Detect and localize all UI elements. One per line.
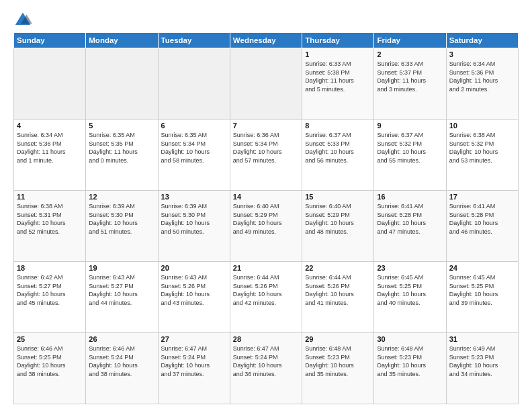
calendar-cell: 8Sunrise: 6:37 AM Sunset: 5:33 PM Daylig… — [302, 120, 374, 191]
day-info: Sunrise: 6:47 AM Sunset: 5:24 PM Dayligh… — [161, 345, 227, 378]
day-info: Sunrise: 6:35 AM Sunset: 5:34 PM Dayligh… — [161, 131, 227, 165]
calendar-cell: 3Sunrise: 6:34 AM Sunset: 5:36 PM Daylig… — [446, 48, 518, 120]
calendar-cell: 15Sunrise: 6:40 AM Sunset: 5:29 PM Dayli… — [302, 191, 374, 262]
day-number: 14 — [233, 193, 299, 201]
calendar-cell: 24Sunrise: 6:45 AM Sunset: 5:25 PM Dayli… — [446, 262, 518, 333]
calendar-header-sunday: Sunday — [14, 33, 86, 48]
calendar-header-friday: Friday — [374, 33, 446, 48]
day-info: Sunrise: 6:46 AM Sunset: 5:24 PM Dayligh… — [89, 345, 154, 378]
day-number: 16 — [377, 193, 443, 201]
day-info: Sunrise: 6:41 AM Sunset: 5:28 PM Dayligh… — [377, 202, 443, 236]
calendar-header-thursday: Thursday — [302, 33, 374, 48]
day-info: Sunrise: 6:40 AM Sunset: 5:29 PM Dayligh… — [233, 202, 299, 236]
calendar-table: SundayMondayTuesdayWednesdayThursdayFrid… — [13, 32, 519, 404]
calendar-cell: 4Sunrise: 6:34 AM Sunset: 5:36 PM Daylig… — [14, 120, 86, 191]
calendar-cell: 18Sunrise: 6:42 AM Sunset: 5:27 PM Dayli… — [14, 262, 86, 333]
page: SundayMondayTuesdayWednesdayThursdayFrid… — [0, 0, 532, 411]
calendar-cell: 28Sunrise: 6:47 AM Sunset: 5:24 PM Dayli… — [230, 333, 302, 404]
calendar-cell: 26Sunrise: 6:46 AM Sunset: 5:24 PM Dayli… — [86, 333, 158, 404]
calendar-week-1: 1Sunrise: 6:33 AM Sunset: 5:38 PM Daylig… — [14, 48, 519, 120]
day-number: 24 — [449, 264, 515, 272]
day-info: Sunrise: 6:44 AM Sunset: 5:26 PM Dayligh… — [305, 273, 371, 307]
day-number: 19 — [89, 264, 154, 272]
day-info: Sunrise: 6:34 AM Sunset: 5:36 PM Dayligh… — [17, 131, 83, 165]
day-info: Sunrise: 6:41 AM Sunset: 5:28 PM Dayligh… — [449, 202, 515, 236]
day-info: Sunrise: 6:33 AM Sunset: 5:38 PM Dayligh… — [305, 60, 371, 93]
day-info: Sunrise: 6:34 AM Sunset: 5:36 PM Dayligh… — [449, 60, 515, 93]
day-number: 13 — [161, 193, 227, 201]
calendar-cell — [86, 48, 158, 120]
calendar-header-tuesday: Tuesday — [158, 33, 230, 48]
calendar-cell: 10Sunrise: 6:38 AM Sunset: 5:32 PM Dayli… — [446, 120, 518, 191]
day-number: 8 — [305, 122, 371, 130]
calendar-week-4: 18Sunrise: 6:42 AM Sunset: 5:27 PM Dayli… — [14, 262, 519, 333]
day-number: 17 — [449, 193, 515, 201]
day-info: Sunrise: 6:44 AM Sunset: 5:26 PM Dayligh… — [233, 273, 299, 307]
calendar-header-saturday: Saturday — [446, 33, 518, 48]
day-info: Sunrise: 6:37 AM Sunset: 5:33 PM Dayligh… — [305, 131, 371, 165]
day-number: 3 — [449, 50, 515, 58]
calendar-cell: 21Sunrise: 6:44 AM Sunset: 5:26 PM Dayli… — [230, 262, 302, 333]
day-number: 25 — [17, 335, 83, 343]
day-number: 5 — [89, 122, 154, 130]
header — [13, 11, 519, 30]
day-number: 21 — [233, 264, 299, 272]
day-number: 20 — [161, 264, 227, 272]
calendar-cell — [158, 48, 230, 120]
day-info: Sunrise: 6:33 AM Sunset: 5:37 PM Dayligh… — [377, 60, 443, 93]
calendar-cell — [230, 48, 302, 120]
day-info: Sunrise: 6:42 AM Sunset: 5:27 PM Dayligh… — [17, 273, 83, 307]
day-info: Sunrise: 6:48 AM Sunset: 5:23 PM Dayligh… — [305, 345, 371, 378]
day-number: 22 — [305, 264, 371, 272]
calendar-cell: 27Sunrise: 6:47 AM Sunset: 5:24 PM Dayli… — [158, 333, 230, 404]
day-number: 6 — [161, 122, 227, 130]
day-info: Sunrise: 6:35 AM Sunset: 5:35 PM Dayligh… — [89, 131, 154, 165]
calendar-cell: 22Sunrise: 6:44 AM Sunset: 5:26 PM Dayli… — [302, 262, 374, 333]
calendar-cell: 25Sunrise: 6:46 AM Sunset: 5:25 PM Dayli… — [14, 333, 86, 404]
calendar-cell: 17Sunrise: 6:41 AM Sunset: 5:28 PM Dayli… — [446, 191, 518, 262]
day-number: 11 — [17, 193, 83, 201]
day-number: 31 — [449, 335, 515, 343]
day-number: 9 — [377, 122, 443, 130]
calendar-cell: 31Sunrise: 6:49 AM Sunset: 5:23 PM Dayli… — [446, 333, 518, 404]
day-number: 26 — [89, 335, 154, 343]
calendar-cell: 2Sunrise: 6:33 AM Sunset: 5:37 PM Daylig… — [374, 48, 446, 120]
day-info: Sunrise: 6:43 AM Sunset: 5:27 PM Dayligh… — [89, 273, 154, 307]
day-number: 15 — [305, 193, 371, 201]
day-number: 2 — [377, 50, 443, 58]
day-info: Sunrise: 6:39 AM Sunset: 5:30 PM Dayligh… — [89, 202, 154, 236]
day-info: Sunrise: 6:46 AM Sunset: 5:25 PM Dayligh… — [17, 345, 83, 378]
calendar-cell: 1Sunrise: 6:33 AM Sunset: 5:38 PM Daylig… — [302, 48, 374, 120]
logo-icon — [13, 11, 32, 30]
calendar-header-monday: Monday — [86, 33, 158, 48]
calendar-cell: 30Sunrise: 6:48 AM Sunset: 5:23 PM Dayli… — [374, 333, 446, 404]
day-number: 28 — [233, 335, 299, 343]
day-info: Sunrise: 6:38 AM Sunset: 5:31 PM Dayligh… — [17, 202, 83, 236]
logo — [13, 11, 36, 30]
day-info: Sunrise: 6:38 AM Sunset: 5:32 PM Dayligh… — [449, 131, 515, 165]
calendar-week-5: 25Sunrise: 6:46 AM Sunset: 5:25 PM Dayli… — [14, 333, 519, 404]
day-number: 18 — [17, 264, 83, 272]
calendar-week-2: 4Sunrise: 6:34 AM Sunset: 5:36 PM Daylig… — [14, 120, 519, 191]
calendar-cell: 7Sunrise: 6:36 AM Sunset: 5:34 PM Daylig… — [230, 120, 302, 191]
day-info: Sunrise: 6:45 AM Sunset: 5:25 PM Dayligh… — [449, 273, 515, 307]
day-number: 23 — [377, 264, 443, 272]
day-number: 30 — [377, 335, 443, 343]
day-number: 7 — [233, 122, 299, 130]
calendar-cell: 14Sunrise: 6:40 AM Sunset: 5:29 PM Dayli… — [230, 191, 302, 262]
calendar-cell: 9Sunrise: 6:37 AM Sunset: 5:32 PM Daylig… — [374, 120, 446, 191]
calendar-cell: 23Sunrise: 6:45 AM Sunset: 5:25 PM Dayli… — [374, 262, 446, 333]
calendar-cell: 19Sunrise: 6:43 AM Sunset: 5:27 PM Dayli… — [86, 262, 158, 333]
day-number: 4 — [17, 122, 83, 130]
calendar-cell: 16Sunrise: 6:41 AM Sunset: 5:28 PM Dayli… — [374, 191, 446, 262]
calendar-cell: 13Sunrise: 6:39 AM Sunset: 5:30 PM Dayli… — [158, 191, 230, 262]
calendar-cell: 11Sunrise: 6:38 AM Sunset: 5:31 PM Dayli… — [14, 191, 86, 262]
calendar-cell: 12Sunrise: 6:39 AM Sunset: 5:30 PM Dayli… — [86, 191, 158, 262]
calendar-week-3: 11Sunrise: 6:38 AM Sunset: 5:31 PM Dayli… — [14, 191, 519, 262]
day-number: 12 — [89, 193, 154, 201]
day-info: Sunrise: 6:40 AM Sunset: 5:29 PM Dayligh… — [305, 202, 371, 236]
day-info: Sunrise: 6:47 AM Sunset: 5:24 PM Dayligh… — [233, 345, 299, 378]
calendar-cell: 5Sunrise: 6:35 AM Sunset: 5:35 PM Daylig… — [86, 120, 158, 191]
calendar-cell: 6Sunrise: 6:35 AM Sunset: 5:34 PM Daylig… — [158, 120, 230, 191]
day-number: 29 — [305, 335, 371, 343]
